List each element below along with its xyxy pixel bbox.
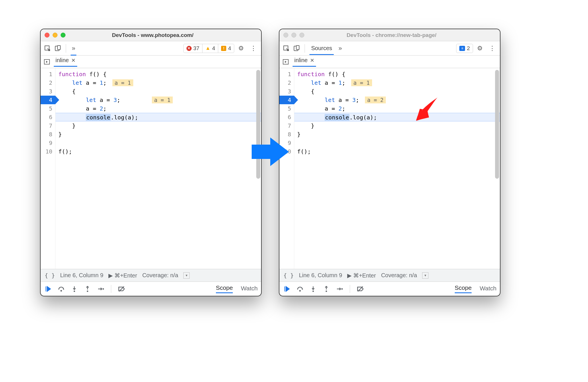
gutter-line: 10 — [41, 147, 55, 156]
statusbar-dropdown-icon[interactable]: ▾ — [422, 272, 428, 279]
step-icon[interactable] — [97, 285, 105, 293]
minimize-window-button[interactable] — [53, 33, 57, 38]
inline-value-hint: a = 1 — [351, 79, 372, 86]
zoom-window-button[interactable] — [61, 33, 65, 38]
svg-rect-2 — [57, 46, 60, 50]
editor-statusbar: { } Line 6, Column 9 ▶ ⌘+Enter Coverage:… — [41, 269, 261, 281]
coverage-label[interactable]: Coverage: n/a — [381, 272, 417, 279]
svg-rect-11 — [296, 46, 299, 50]
gutter-line: 6 — [279, 113, 294, 121]
gutter-line: 3 — [41, 87, 55, 96]
transition-arrow-icon — [249, 135, 292, 170]
deactivate-breakpoints-icon[interactable] — [118, 285, 126, 293]
warnings-badge[interactable]: ▲4 — [202, 44, 218, 53]
scope-tab[interactable]: Scope — [216, 284, 233, 293]
resume-icon[interactable] — [283, 285, 291, 293]
close-window-button[interactable] — [283, 33, 288, 38]
step-into-icon[interactable] — [70, 285, 78, 293]
watch-tab[interactable]: Watch — [241, 285, 258, 293]
inline-value-hint: a = 1 — [112, 79, 133, 86]
svg-point-4 — [60, 290, 62, 291]
close-window-button[interactable] — [45, 33, 49, 38]
scrollbar-thumb[interactable] — [495, 70, 499, 179]
file-tabbar: inline ✕ — [279, 56, 500, 68]
step-into-icon[interactable] — [309, 285, 317, 293]
gutter-line: 5 — [279, 104, 294, 113]
svg-point-16 — [341, 288, 343, 290]
cursor-position: Line 6, Column 9 — [60, 272, 103, 279]
main-toolbar: Sources » ≡2 ⚙ ⋮ — [279, 41, 500, 56]
traffic-lights — [283, 33, 304, 38]
inspect-icon[interactable] — [43, 44, 51, 52]
code-editor[interactable]: 1 2 3 4 5 6 7 8 9 10 function f() { let … — [41, 68, 261, 269]
device-toggle-icon[interactable] — [293, 44, 301, 52]
navigator-toggle-icon[interactable] — [282, 58, 290, 66]
pretty-print-icon[interactable]: { } — [45, 272, 55, 279]
minimize-window-button[interactable] — [291, 33, 296, 38]
deactivate-breakpoints-icon[interactable] — [356, 285, 364, 293]
console-badges[interactable]: ✕37 ▲4 !4 — [183, 44, 234, 53]
gutter-line: 5 — [41, 104, 55, 113]
inline-value-hint: a = 2 — [365, 97, 386, 103]
sources-tab[interactable]: Sources — [309, 45, 334, 52]
coverage-label[interactable]: Coverage: n/a — [142, 272, 178, 279]
file-tabbar: inline ✕ — [41, 56, 261, 68]
step-over-icon[interactable] — [296, 285, 304, 293]
file-tab-inline[interactable]: inline ✕ — [293, 57, 316, 67]
close-tab-icon[interactable]: ✕ — [71, 57, 76, 64]
devtools-window-left: DevTools - www.photopea.com/ » ✕37 ▲4 !4… — [40, 29, 262, 296]
issues-badge[interactable]: !4 — [218, 44, 234, 53]
device-toggle-icon[interactable] — [54, 44, 62, 52]
step-over-icon[interactable] — [57, 285, 65, 293]
step-out-icon[interactable] — [322, 285, 330, 293]
pretty-print-icon[interactable]: { } — [283, 272, 294, 279]
code-area[interactable]: function f() { let a = 1;a = 1 { let a =… — [294, 68, 500, 269]
gutter-line: 2 — [41, 78, 55, 87]
gutter-line: 1 — [41, 70, 55, 78]
editor-statusbar: { } Line 6, Column 9 ▶ ⌘+Enter Coverage:… — [279, 269, 500, 281]
errors-badge[interactable]: ✕37 — [184, 44, 202, 53]
titlebar: DevTools - www.photopea.com/ — [41, 29, 261, 41]
main-toolbar: » ✕37 ▲4 !4 ⚙ ⋮ — [41, 41, 261, 56]
code-area[interactable]: function f() { let a = 1;a = 1 { let a =… — [55, 68, 261, 269]
tabs-overflow-button[interactable]: » — [337, 45, 343, 52]
gutter-line-execution: 4 — [41, 96, 55, 104]
step-icon[interactable] — [335, 285, 343, 293]
zoom-window-button[interactable] — [299, 33, 304, 38]
toolbar-separator — [66, 44, 66, 53]
settings-gear-icon[interactable]: ⚙ — [475, 45, 484, 52]
svg-point-15 — [326, 290, 327, 292]
gutter-line: 1 — [279, 70, 294, 78]
close-tab-icon[interactable]: ✕ — [310, 57, 314, 64]
run-snippet-hint[interactable]: ▶ ⌘+Enter — [347, 272, 376, 279]
file-tab-inline[interactable]: inline ✕ — [54, 57, 77, 67]
svg-point-13 — [299, 290, 301, 291]
devtools-window-right: DevTools - chrome://new-tab-page/ Source… — [279, 29, 500, 296]
gutter-line-execution: 4 — [279, 96, 294, 104]
resume-icon[interactable] — [44, 285, 52, 293]
scope-tab[interactable]: Scope — [455, 284, 472, 293]
settings-gear-icon[interactable]: ⚙ — [237, 45, 246, 52]
tabs-overflow-button[interactable]: » — [70, 45, 77, 52]
gutter-line: 7 — [279, 121, 294, 130]
code-editor[interactable]: 1 2 3 4 5 6 7 8 9 10 function f() { let … — [279, 68, 500, 269]
gutter-line: 7 — [41, 121, 55, 130]
traffic-lights — [45, 33, 65, 38]
watch-tab[interactable]: Watch — [480, 285, 496, 293]
inspect-icon[interactable] — [282, 44, 290, 52]
gutter-line: 6 — [41, 113, 55, 121]
svg-point-14 — [313, 290, 314, 292]
gutter-line: 2 — [279, 78, 294, 87]
more-menu-icon[interactable]: ⋮ — [248, 45, 258, 52]
more-menu-icon[interactable]: ⋮ — [487, 45, 497, 52]
messages-badge[interactable]: ≡2 — [456, 44, 473, 53]
cursor-position: Line 6, Column 9 — [299, 272, 342, 279]
statusbar-dropdown-icon[interactable]: ▾ — [183, 272, 190, 279]
svg-point-7 — [103, 288, 104, 290]
window-title: DevTools - chrome://new-tab-page/ — [307, 32, 476, 38]
navigator-toggle-icon[interactable] — [43, 58, 51, 66]
svg-point-5 — [74, 290, 75, 292]
console-badges[interactable]: ≡2 — [456, 44, 473, 53]
step-out-icon[interactable] — [84, 285, 92, 293]
run-snippet-hint[interactable]: ▶ ⌘+Enter — [108, 272, 137, 279]
